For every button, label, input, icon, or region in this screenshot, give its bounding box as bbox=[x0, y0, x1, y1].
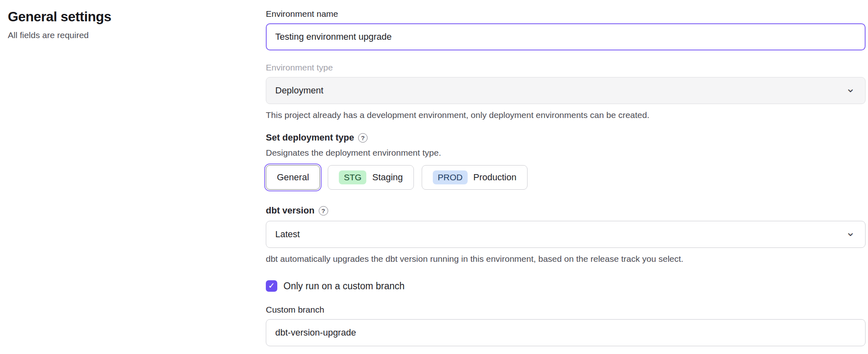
deployment-type-field: Set deployment type ? Designates the dep… bbox=[266, 132, 866, 190]
custom-branch-label: Custom branch bbox=[266, 305, 866, 315]
deployment-type-options: General STG Staging PROD Production bbox=[266, 165, 866, 190]
settings-header: General settings All fields are required bbox=[8, 9, 266, 354]
custom-branch-checkbox[interactable]: ✓ bbox=[266, 280, 277, 292]
environment-type-helper: This project already has a development e… bbox=[266, 110, 866, 120]
environment-type-field: Environment type Deployment ⌄ This proje… bbox=[266, 63, 866, 120]
deployment-type-label-row: Set deployment type ? bbox=[266, 132, 866, 143]
environment-type-select[interactable]: Deployment ⌄ bbox=[266, 77, 866, 104]
deployment-type-staging-button[interactable]: STG Staging bbox=[328, 165, 414, 190]
environment-name-field: Environment name bbox=[266, 9, 866, 50]
deployment-type-production-button[interactable]: PROD Production bbox=[422, 165, 528, 190]
custom-branch-checkbox-row[interactable]: ✓ Only run on a custom branch bbox=[266, 280, 866, 292]
staging-badge: STG bbox=[339, 170, 366, 184]
help-glyph: ? bbox=[321, 207, 325, 214]
dbt-version-label-row: dbt version ? bbox=[266, 205, 866, 216]
dbt-version-label: dbt version bbox=[266, 205, 315, 216]
dbt-version-field: dbt version ? Latest ⌄ dbt automatically… bbox=[266, 205, 866, 264]
custom-branch-input[interactable] bbox=[266, 319, 866, 346]
deployment-type-general-button[interactable]: General bbox=[266, 165, 320, 190]
help-glyph: ? bbox=[361, 134, 365, 141]
custom-branch-checkbox-label: Only run on a custom branch bbox=[283, 281, 404, 292]
deployment-type-production-label: Production bbox=[473, 172, 516, 183]
environment-type-value: Deployment bbox=[275, 85, 323, 96]
dbt-version-value: Latest bbox=[275, 229, 300, 240]
environment-type-label: Environment type bbox=[266, 63, 866, 73]
chevron-down-icon: ⌄ bbox=[846, 83, 855, 94]
deployment-type-staging-label: Staging bbox=[372, 172, 403, 183]
chevron-down-icon: ⌄ bbox=[846, 227, 855, 238]
help-icon[interactable]: ? bbox=[319, 206, 328, 216]
custom-branch-field: Custom branch bbox=[266, 305, 866, 346]
settings-form: Environment name Environment type Deploy… bbox=[266, 9, 866, 354]
production-badge: PROD bbox=[433, 170, 468, 184]
deployment-type-general-label: General bbox=[277, 172, 309, 183]
check-icon: ✓ bbox=[268, 281, 275, 290]
help-icon[interactable]: ? bbox=[358, 133, 368, 143]
deployment-type-label: Set deployment type bbox=[266, 132, 354, 143]
deployment-type-helper: Designates the deployment environment ty… bbox=[266, 148, 866, 158]
dbt-version-select[interactable]: Latest ⌄ bbox=[266, 221, 866, 248]
environment-name-label: Environment name bbox=[266, 9, 866, 19]
dbt-version-helper: dbt automatically upgrades the dbt versi… bbox=[266, 254, 866, 264]
page-subtitle: All fields are required bbox=[8, 30, 266, 40]
settings-page: General settings All fields are required… bbox=[0, 0, 868, 354]
page-title: General settings bbox=[8, 9, 266, 25]
environment-name-input[interactable] bbox=[266, 23, 866, 50]
